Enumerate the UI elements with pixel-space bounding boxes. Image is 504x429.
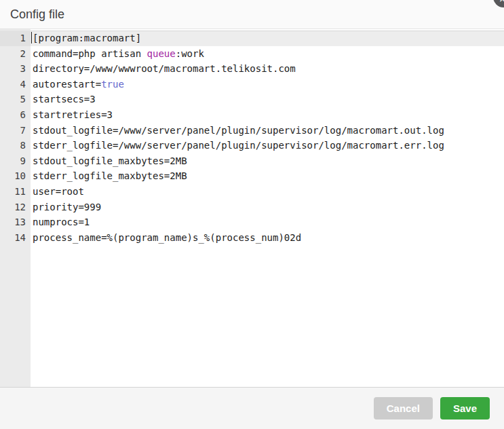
code-line[interactable]: startsecs=3 — [31, 92, 504, 107]
code-token-plain: :work — [176, 48, 204, 59]
code-token-plain: numprocs=1 — [33, 217, 90, 227]
code-line[interactable]: stdout_logfile_maxbytes=2MB — [31, 153, 504, 169]
code-line[interactable]: stderr_logfile_maxbytes=2MB — [31, 168, 504, 184]
code-line[interactable]: startretries=3 — [31, 107, 504, 123]
code-token-plain: process_name=%(program_name)s_%(process_… — [33, 232, 301, 243]
line-number: 9 — [0, 153, 31, 169]
code-token-atom: true — [101, 79, 124, 90]
modal-title: Config file — [10, 7, 64, 22]
config-file-modal: Config file × 1234567891011121314 [progr… — [0, 0, 504, 429]
code-line[interactable]: stderr_logfile=/www/server/panel/plugin/… — [31, 138, 504, 153]
code-line[interactable]: autorestart=true — [31, 77, 504, 92]
close-icon: × — [499, 0, 504, 4]
code-token-plain: stdout_logfile=/www/server/panel/plugin/… — [33, 125, 444, 136]
code-line[interactable]: [program:macromart] — [31, 31, 504, 46]
line-number: 14 — [0, 230, 31, 246]
code-token-plain: stderr_logfile=/www/server/panel/plugin/… — [33, 140, 444, 151]
line-number: 2 — [0, 46, 31, 62]
code-line[interactable]: directory=/www/wwwroot/macromart.telikos… — [31, 61, 504, 77]
line-number: 11 — [0, 184, 31, 200]
line-number: 7 — [0, 123, 31, 138]
code-token-plain: stdout_logfile_maxbytes=2MB — [33, 155, 187, 166]
line-number: 13 — [0, 214, 31, 230]
code-token-plain: autorestart= — [33, 79, 101, 90]
cancel-button[interactable]: Cancel — [374, 397, 433, 419]
code-token-keyword: queue — [147, 48, 176, 59]
code-token-plain: command=php artisan — [33, 48, 147, 59]
code-token-plain: priority=999 — [33, 202, 101, 212]
code-token-plain: startretries=3 — [33, 109, 113, 120]
line-number: 3 — [0, 61, 31, 77]
line-number: 12 — [0, 200, 31, 215]
line-number: 4 — [0, 77, 31, 92]
code-line[interactable]: priority=999 — [31, 200, 504, 215]
line-number: 5 — [0, 92, 31, 107]
code-area[interactable]: [program:macromart]command=php artisan q… — [31, 29, 504, 245]
code-token-plain: directory=/www/wwwroot/macromart.telikos… — [33, 63, 296, 74]
code-token-plain: startsecs=3 — [33, 94, 96, 105]
code-line[interactable]: user=root — [31, 184, 504, 200]
code-line[interactable]: numprocs=1 — [31, 214, 504, 230]
modal-footer: Cancel Save — [0, 387, 504, 429]
line-number: 10 — [0, 168, 31, 184]
code-line[interactable]: stdout_logfile=/www/server/panel/plugin/… — [31, 123, 504, 138]
modal-header: Config file — [0, 0, 504, 29]
line-number: 1 — [0, 31, 31, 46]
line-number-gutter: 1234567891011121314 — [0, 29, 31, 387]
config-editor[interactable]: 1234567891011121314 [program:macromart]c… — [0, 29, 504, 387]
code-token-plain: [program:macromart] — [33, 33, 141, 43]
code-line[interactable]: process_name=%(program_name)s_%(process_… — [31, 230, 504, 246]
save-button[interactable]: Save — [440, 397, 490, 419]
code-token-plain: user=root — [33, 186, 84, 197]
code-token-plain: stderr_logfile_maxbytes=2MB — [33, 170, 187, 181]
code-line[interactable]: command=php artisan queue:work — [31, 46, 504, 62]
text-cursor — [31, 32, 32, 43]
line-number: 8 — [0, 138, 31, 153]
line-number: 6 — [0, 107, 31, 123]
